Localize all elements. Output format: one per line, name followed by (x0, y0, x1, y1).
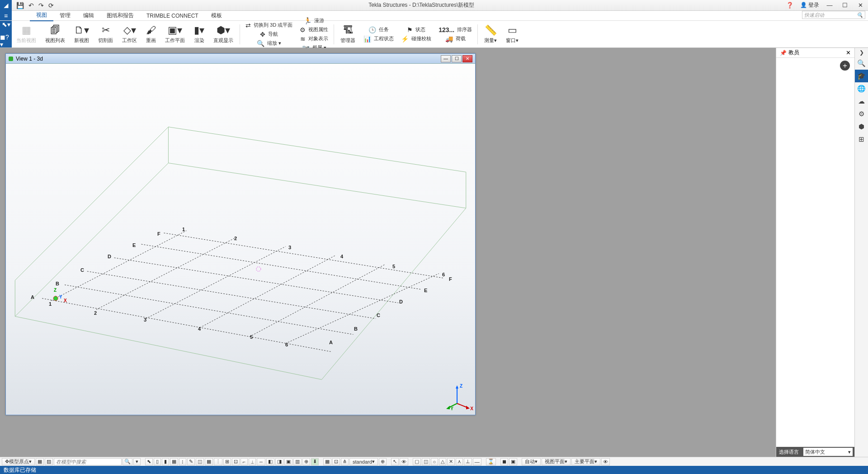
sel-14[interactable]: ◧ (266, 458, 274, 465)
view-canvas[interactable]: A B C D E F A B C D E F 1 2 3 4 5 6 1 2 … (6, 64, 475, 415)
view-titlebar[interactable]: View 1 - 3d — ☐ ✕ (6, 54, 475, 64)
work-area-button[interactable]: ◇▾工作区 (118, 23, 142, 46)
snap-d[interactable]: △ (439, 458, 446, 465)
sel-pointer[interactable]: ⬉ (145, 458, 153, 465)
view-list-button[interactable]: 🗐视图列表 (41, 23, 70, 46)
sel-22[interactable]: ⋔ (341, 458, 349, 465)
sel-5[interactable]: ✎ (187, 458, 195, 465)
snap-h[interactable]: — (473, 458, 481, 465)
strip-search-icon[interactable]: 🔍 (855, 57, 868, 70)
snap-j[interactable]: ◼ (500, 458, 508, 465)
strip-globe-icon[interactable]: 🌐 (855, 82, 868, 95)
strip-cloud-icon[interactable]: ☁ (855, 95, 868, 108)
snap-f[interactable]: ⋏ (456, 458, 463, 465)
sel-21[interactable]: ⊡ (332, 458, 340, 465)
sel-20[interactable]: ▦ (323, 458, 331, 465)
sel-18[interactable]: ⊕ (302, 458, 310, 465)
hamburger-icon[interactable]: ≡ (0, 11, 12, 20)
snap-btn-2[interactable]: ▨ (45, 458, 53, 465)
sel-11[interactable]: ⌐ (241, 458, 248, 465)
tab-template[interactable]: 模板 (205, 10, 228, 21)
sel-24[interactable]: ↖ (391, 458, 399, 465)
strip-learn-icon[interactable]: 🎓 (855, 70, 868, 82)
sorter-button[interactable]: 123...排序器 (435, 25, 476, 34)
auto-dropdown[interactable]: 自动 ▾ (522, 458, 541, 465)
eye-toggle[interactable]: 👁 (601, 458, 610, 465)
login-button[interactable]: 👤 登录 (800, 1, 819, 9)
tab-edit[interactable]: 编辑 (77, 10, 100, 21)
undo-icon[interactable]: ↶ (28, 2, 34, 9)
measure-button[interactable]: 📏测量▾ (480, 23, 501, 46)
sel-15[interactable]: ◨ (275, 458, 283, 465)
strip-settings-icon[interactable]: ⚙ (855, 108, 868, 120)
sel-3[interactable]: ▦ (170, 458, 178, 465)
pointer-tool-icon[interactable]: ⬉▾ (2, 21, 10, 28)
snap-i[interactable]: ⌛ (486, 458, 496, 465)
task-button[interactable]: 🕒任务 (360, 25, 397, 34)
switch-3d-button[interactable]: ⇄切换到 3D 或平面 (242, 21, 296, 30)
navigate-button[interactable]: ✥导航 (242, 30, 296, 39)
clip-plane-button[interactable]: ✂切割面 (94, 23, 118, 46)
model-search-input[interactable] (54, 458, 122, 465)
snap-k[interactable]: ▣ (509, 458, 517, 465)
sel-10[interactable]: ⊡ (232, 458, 240, 465)
zoom-button[interactable]: 🔍缩放 ▾ (242, 39, 296, 48)
sel-9[interactable]: ⊞ (223, 458, 231, 465)
sel-8[interactable]: ⋮ (214, 458, 222, 465)
help-tool-icon[interactable]: ◼?▾ (0, 33, 12, 48)
roam-button[interactable]: 🏃漫游 (296, 16, 332, 25)
sel-1[interactable]: ▯ (154, 458, 161, 465)
main-plane-dropdown[interactable]: 主要平面 ▾ (571, 458, 600, 465)
tab-view[interactable]: 视图 (30, 10, 53, 21)
sel-25[interactable]: 👁 (400, 458, 408, 465)
snap-b[interactable]: ◫ (422, 458, 430, 465)
sel-17[interactable]: ▥ (293, 458, 302, 465)
redo-icon[interactable]: ↷ (38, 2, 44, 9)
window-button[interactable]: ▭窗口▾ (501, 23, 523, 46)
close-icon[interactable]: ✕ (855, 2, 865, 9)
minimize-icon[interactable]: — (825, 2, 835, 9)
snap-dropdown[interactable]: ✥ 模型原点 ▾ (2, 458, 35, 465)
manager-button[interactable]: 🏗管理器 (336, 23, 360, 46)
tab-drawings[interactable]: 图纸和报告 (100, 10, 140, 21)
view-minimize-icon[interactable]: — (441, 55, 451, 62)
strip-grid-icon[interactable]: ⊞ (855, 133, 868, 146)
new-view-button[interactable]: 🗋▾新视图 (70, 23, 94, 46)
snap-e[interactable]: ✕ (447, 458, 455, 465)
sel-13[interactable]: ↔ (257, 458, 265, 465)
search-go-icon[interactable]: 🔍 (123, 458, 132, 465)
save-icon[interactable]: 💾 (16, 2, 24, 9)
view-maximize-icon[interactable]: ☐ (452, 55, 462, 62)
snap-g[interactable]: ⊥ (464, 458, 472, 465)
history-icon[interactable]: ⟳ (48, 2, 54, 9)
object-rep-button[interactable]: ≋对象表示 (296, 34, 332, 43)
view-plane-dropdown[interactable]: 视图平面 ▾ (542, 458, 571, 465)
status-button[interactable]: ⚑状态 (397, 25, 435, 34)
sel-23[interactable]: ⊕ (379, 458, 387, 465)
tab-manage[interactable]: 管理 (53, 10, 77, 21)
render-button[interactable]: ▮▾渲染 (189, 23, 209, 46)
sel-2[interactable]: ▮ (162, 458, 169, 465)
sel-4[interactable]: ⫶ (179, 458, 186, 465)
redraw-button[interactable]: 🖌重画 (142, 23, 160, 46)
tab-trimble-connect[interactable]: TRIMBLE CONNECT (140, 11, 205, 20)
side-panel-close-icon[interactable]: ✕ (846, 49, 851, 56)
view-close-icon[interactable]: ✕ (462, 55, 472, 62)
sel-7[interactable]: ▦ (205, 458, 213, 465)
sel-16[interactable]: ▣ (284, 458, 292, 465)
search-menu-icon[interactable]: ▾ (133, 458, 141, 465)
help-icon[interactable]: ❓ (785, 2, 795, 9)
snap-c[interactable]: ○ (431, 458, 438, 465)
snap-btn-1[interactable]: ▦ (36, 458, 44, 465)
strip-expand-icon[interactable]: ❯ (855, 48, 868, 57)
view-props-button[interactable]: ⚙视图属性 (296, 25, 332, 34)
add-button[interactable]: ＋ (840, 61, 850, 71)
proj-status-button[interactable]: 📊工程状态 (360, 34, 397, 43)
sel-12[interactable]: ⟂ (249, 458, 256, 465)
direct-display-button[interactable]: ⬢▾直观显示 (209, 23, 238, 46)
work-plane-button[interactable]: ▣▾工作平面 (160, 23, 189, 46)
sel-6[interactable]: ◫ (196, 458, 204, 465)
clash-button[interactable]: ⚡碰撞校核 (397, 34, 435, 43)
standard-dropdown[interactable]: standard ▾ (349, 458, 378, 465)
strip-cube-icon[interactable]: ⬢ (855, 120, 868, 133)
